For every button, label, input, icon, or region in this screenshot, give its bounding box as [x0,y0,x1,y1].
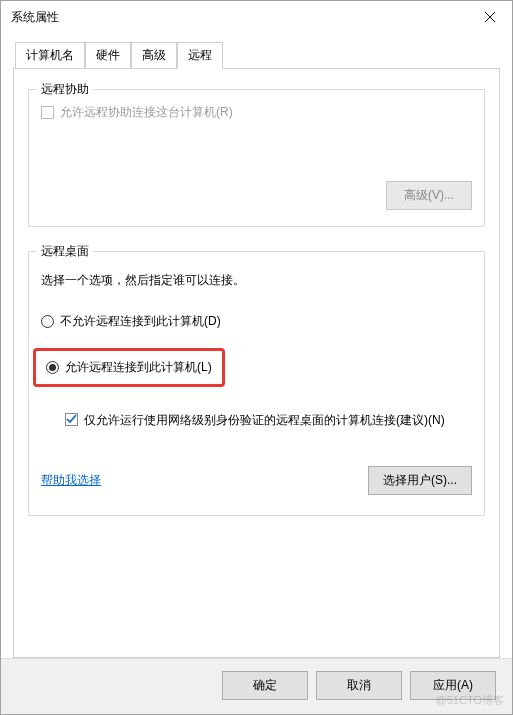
tab-strip: 计算机名 硬件 高级 远程 [13,42,500,69]
help-choose-link[interactable]: 帮助我选择 [41,472,101,489]
remote-assist-btn-row: 高级(V)... [41,181,472,210]
tab-remote[interactable]: 远程 [177,42,223,69]
remote-assist-checkbox[interactable] [41,106,54,119]
ok-button[interactable]: 确定 [222,671,308,700]
close-icon [485,12,495,22]
tab-hardware[interactable]: 硬件 [85,42,131,69]
dialog-footer: 确定 取消 应用(A) [1,658,512,714]
remote-assist-title: 远程协助 [37,81,93,98]
remote-assist-advanced-button[interactable]: 高级(V)... [386,181,472,210]
select-users-button[interactable]: 选择用户(S)... [368,466,472,495]
cancel-button[interactable]: 取消 [316,671,402,700]
remote-assist-checkbox-label: 允许远程协助连接这台计算机(R) [60,104,233,121]
nla-checkbox[interactable] [65,413,78,426]
remote-desktop-instruction: 选择一个选项，然后指定谁可以连接。 [41,272,472,289]
tab-advanced[interactable]: 高级 [131,42,177,69]
apply-button[interactable]: 应用(A) [410,671,496,700]
content-area: 计算机名 硬件 高级 远程 远程协助 允许远程协助连接这台计算机(R) 高级(V… [1,33,512,658]
radio-disallow-label: 不允许远程连接到此计算机(D) [60,313,221,330]
radio-allow-label: 允许远程连接到此计算机(L) [65,359,212,376]
titlebar: 系统属性 [1,1,512,33]
nla-checkbox-label: 仅允许运行使用网络级别身份验证的远程桌面的计算机连接(建议)(N) [84,411,445,430]
tab-computer-name[interactable]: 计算机名 [15,42,85,69]
window-title: 系统属性 [11,9,59,26]
radio-allow-highlight: 允许远程连接到此计算机(L) [33,348,225,387]
remote-assist-checkbox-row: 允许远程协助连接这台计算机(R) [41,104,472,121]
remote-desktop-group: 远程桌面 选择一个选项，然后指定谁可以连接。 不允许远程连接到此计算机(D) 允… [28,251,485,516]
radio-allow[interactable] [46,361,59,374]
remote-assist-group: 远程协助 允许远程协助连接这台计算机(R) 高级(V)... [28,89,485,227]
remote-desktop-bottom-row: 帮助我选择 选择用户(S)... [41,466,472,495]
radio-disallow[interactable] [41,315,54,328]
remote-tab-panel: 远程协助 允许远程协助连接这台计算机(R) 高级(V)... 远程桌面 选择一个… [13,68,500,658]
close-button[interactable] [467,1,512,33]
check-icon [66,414,77,425]
radio-disallow-row[interactable]: 不允许远程连接到此计算机(D) [41,313,472,330]
nla-checkbox-row: 仅允许运行使用网络级别身份验证的远程桌面的计算机连接(建议)(N) [65,411,472,430]
remote-desktop-title: 远程桌面 [37,243,93,260]
